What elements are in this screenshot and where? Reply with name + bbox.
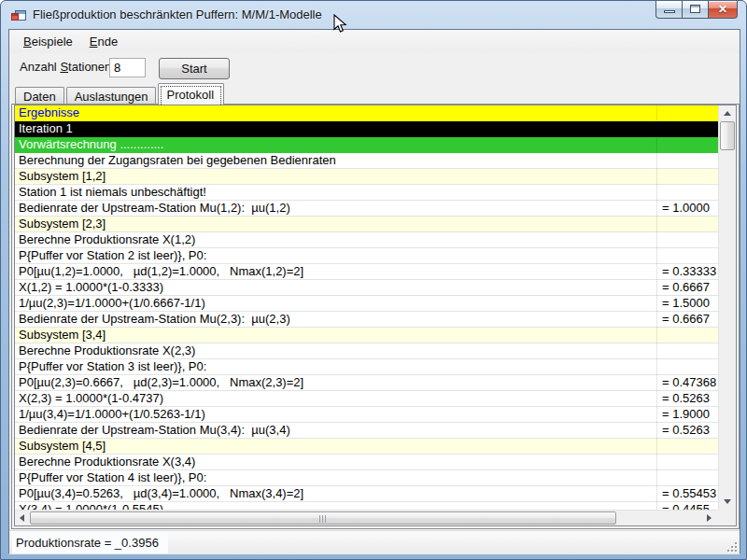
log-row-text: 1/µu(3,4)=1/1.0000+(1/0.5263-1/1) xyxy=(19,407,205,422)
log-row-value: = 0.6667 xyxy=(656,312,710,327)
log-row[interactable]: Bedienrate der Upstream-Station Mu(1,2):… xyxy=(15,201,718,217)
log-row-text: Berechne Produktionsrate X(3,4) xyxy=(19,455,195,469)
log-row-text: Subsystem [3,4] xyxy=(19,328,106,343)
protocol-rows: ErgebnisseIteration 1Vorwärtsrechnung ..… xyxy=(15,105,718,510)
log-row[interactable]: Berechnung der Zugangsraten bei gegebene… xyxy=(15,153,718,169)
log-row[interactable]: 1/µu(2,3)=1/1.0000+(1/0.6667-1/1)= 1.500… xyxy=(15,296,718,312)
log-row-text: P0[µu(2,3)=0.6667, µd(2,3)=1.0000, Nmax(… xyxy=(19,375,303,390)
log-row-text: Vorwärtsrechnung ............. xyxy=(19,137,163,152)
scroll-up-button[interactable] xyxy=(719,105,736,121)
tab-protokoll[interactable]: ProtokollProtokoll xyxy=(158,83,224,105)
log-row-text: Bedienrate der Upstream-Station Mu(3,4):… xyxy=(19,423,290,438)
scrollbar-corner xyxy=(716,510,736,525)
stations-input[interactable] xyxy=(109,58,146,77)
log-row[interactable]: Berechne Produktionsrate X(3,4) xyxy=(15,455,718,470)
log-row-value: = 1.9000 xyxy=(656,407,710,422)
mouse-cursor-icon xyxy=(333,14,350,38)
maximize-icon xyxy=(690,5,700,13)
minimize-button[interactable] xyxy=(655,1,683,19)
arrow-right-icon xyxy=(707,514,712,522)
log-row-text: Subsystem [4,5] xyxy=(19,439,106,454)
log-row-value: = 1.5000 xyxy=(656,296,710,311)
log-row[interactable]: Station 1 ist niemals unbeschäftigt! xyxy=(15,185,718,201)
close-button[interactable]: ✕ xyxy=(709,1,738,19)
title-bar[interactable]: Fließproduktion beschränkten Puffern: M/… xyxy=(1,1,746,29)
column-divider xyxy=(656,105,657,510)
log-row-value: = 0.4455 xyxy=(656,502,710,510)
log-row[interactable]: Ergebnisse xyxy=(15,105,718,121)
log-row[interactable]: Subsystem [1,2] xyxy=(15,169,718,185)
log-row-text: X(2,3) = 1.0000*(1-0.4737) xyxy=(19,391,163,406)
log-row-value: = 0.5263 xyxy=(656,423,710,438)
log-row[interactable]: Bedienrate der Upstream-Station Mu(3,4):… xyxy=(15,423,718,439)
log-row[interactable]: Berechne Produktionsrate X(2,3) xyxy=(15,343,718,359)
window-title: Fließproduktion beschränkten Puffern: M/… xyxy=(33,7,322,21)
arrow-down-icon xyxy=(724,499,731,504)
log-row-text: Ergebnisse xyxy=(19,105,79,120)
log-row[interactable]: Vorwärtsrechnung ............. xyxy=(15,137,718,153)
log-row[interactable]: X(3,4) = 1.0000*(1-0.5545)= 0.4455 xyxy=(15,502,718,510)
log-row[interactable]: P0[µu(1,2)=1.0000, µd(1,2)=1.0000, Nmax(… xyxy=(15,264,718,280)
log-row-text: Berechne Produktionsrate X(2,3) xyxy=(19,343,195,358)
log-row-value: = 1.0000 xyxy=(656,201,710,216)
log-row-value: = 0.55453 xyxy=(656,486,716,501)
log-row-value: = 0.47368 xyxy=(656,375,716,390)
log-row-value: = 0.33333 xyxy=(656,264,716,279)
log-row[interactable]: X(1,2) = 1.0000*(1-0.3333)= 0.6667 xyxy=(15,280,718,296)
close-icon: ✕ xyxy=(718,3,727,16)
log-row[interactable]: P{Puffer vor Station 3 ist leer)}, P0: xyxy=(15,359,718,375)
maximize-button[interactable] xyxy=(683,1,709,19)
tab-auslastungen[interactable]: Auslastungen xyxy=(66,87,157,105)
stations-label: Anzahl Stationen: xyxy=(20,60,115,74)
log-row[interactable]: Berechne Produktionsrate X(1,2) xyxy=(15,232,718,248)
log-row-text: Subsystem [1,2] xyxy=(19,169,106,184)
log-row[interactable]: X(2,3) = 1.0000*(1-0.4737)= 0.5263 xyxy=(15,391,718,407)
app-window: Fließproduktion beschränkten Puffern: M/… xyxy=(0,0,747,560)
client-area: Beispiele Ende Anzahl Stationen: Start D… xyxy=(8,29,740,553)
tab-daten[interactable]: Daten xyxy=(15,87,64,105)
log-row[interactable]: 1/µu(3,4)=1/1.0000+(1/0.5263-1/1)= 1.900… xyxy=(15,407,718,423)
log-row[interactable]: Subsystem [3,4] xyxy=(15,328,718,343)
log-row-value: = 0.6667 xyxy=(656,280,710,295)
protocol-list: ErgebnisseIteration 1Vorwärtsrechnung ..… xyxy=(14,105,737,526)
arrow-up-icon xyxy=(724,111,731,116)
log-row-text: P{Puffer vor Station 3 ist leer)}, P0: xyxy=(19,359,206,374)
vertical-scroll-thumb[interactable] xyxy=(720,121,735,150)
log-row-text: Berechne Produktionsrate X(1,2) xyxy=(19,232,195,247)
menu-item-beispiele[interactable]: Beispiele xyxy=(15,32,81,51)
menu-item-ende[interactable]: Ende xyxy=(81,32,126,51)
tab-focus-rect: Protokoll xyxy=(161,86,221,105)
log-row[interactable]: P{Puffer vor Station 2 ist leer)}, P0: xyxy=(15,248,718,264)
log-row-text: X(3,4) = 1.0000*(1-0.5545) xyxy=(19,502,163,510)
log-row[interactable]: Iteration 1 xyxy=(15,121,718,137)
log-row-text: P{Puffer vor Station 4 ist leer)}, P0: xyxy=(19,470,206,485)
log-row-text: Berechnung der Zugangsraten bei gegebene… xyxy=(19,153,336,168)
scroll-right-button[interactable] xyxy=(701,511,717,525)
vertical-scrollbar[interactable] xyxy=(718,105,736,510)
horizontal-scrollbar[interactable] xyxy=(15,510,717,525)
log-row[interactable]: P0[µu(2,3)=0.6667, µd(2,3)=1.0000, Nmax(… xyxy=(15,375,718,391)
scroll-left-button[interactable] xyxy=(15,511,31,525)
scroll-down-button[interactable] xyxy=(719,494,736,510)
log-row-text: Iteration 1 xyxy=(19,121,73,136)
log-row-text: 1/µu(2,3)=1/1.0000+(1/0.6667-1/1) xyxy=(19,296,205,311)
log-row-text: P0[µu(1,2)=1.0000, µd(1,2)=1.0000, Nmax(… xyxy=(19,264,303,279)
app-form-icon xyxy=(11,7,26,22)
log-row[interactable]: Subsystem [2,3] xyxy=(15,217,718,232)
log-row-text: Station 1 ist niemals unbeschäftigt! xyxy=(19,185,206,200)
menu-bar: Beispiele Ende xyxy=(9,30,740,53)
start-button[interactable]: Start xyxy=(159,58,230,79)
log-row[interactable]: P{Puffer vor Station 4 ist leer)}, P0: xyxy=(15,470,718,486)
thumb-grip-icon xyxy=(319,515,327,523)
log-row[interactable]: P0[µu(3,4)=0.5263, µd(3,4)=1.0000, Nmax(… xyxy=(15,486,718,502)
horizontal-scroll-thumb[interactable] xyxy=(30,511,616,525)
log-row[interactable]: Subsystem [4,5] xyxy=(15,439,718,455)
status-production-rate: Produktionsrate = _0.3956 xyxy=(12,533,168,553)
log-row-text: P0[µu(3,4)=0.5263, µd(3,4)=1.0000, Nmax(… xyxy=(19,486,303,501)
resize-grip[interactable] xyxy=(726,540,738,553)
log-row-value: = 0.5263 xyxy=(656,391,710,406)
minimize-icon xyxy=(664,10,675,13)
log-row-text: X(1,2) = 1.0000*(1-0.3333) xyxy=(19,280,163,295)
log-row[interactable]: Bedienrate der Upstream-Station Mu(2,3):… xyxy=(15,312,718,328)
log-row-text: Bedienrate der Upstream-Station Mu(1,2):… xyxy=(19,201,290,216)
